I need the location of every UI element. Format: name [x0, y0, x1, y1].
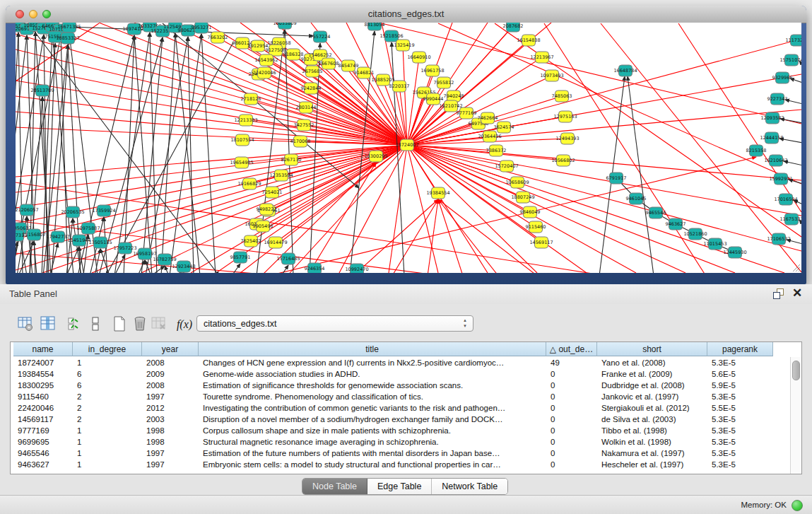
- graph-node[interactable]: 19384554: [426, 187, 449, 199]
- graph-node[interactable]: 12923448: [172, 261, 195, 272]
- svg-text:7462664: 7462664: [478, 115, 498, 121]
- cell-title: Estimation of the future numbers of pati…: [199, 448, 546, 459]
- graph-node[interactable]: 10658609: [505, 177, 529, 188]
- graph-node[interactable]: 16033809: [273, 23, 296, 29]
- cell-out_de: 0: [546, 380, 597, 391]
- graph-node[interactable]: 8215358: [746, 145, 767, 156]
- table-row[interactable]: 1456911722003Disruption of a novel membe…: [11, 414, 781, 425]
- graph-node[interactable]: 21206057: [16, 204, 39, 216]
- create-column-icon[interactable]: [110, 314, 129, 335]
- graph-node[interactable]: 16210643: [764, 155, 787, 166]
- graph-node[interactable]: 16648784: [613, 65, 637, 76]
- graph-node[interactable]: 9246354: [305, 263, 325, 273]
- graph-node[interactable]: 15751074: [779, 54, 801, 66]
- network-canvas[interactable]: 1405572120691436108552371527606764661601…: [16, 23, 801, 273]
- table-row[interactable]: 2242004622012Investigating the contribut…: [11, 402, 781, 414]
- show-columns-icon[interactable]: [38, 314, 58, 335]
- svg-text:7940248: 7940248: [444, 93, 464, 99]
- column-header-year[interactable]: year: [142, 342, 199, 356]
- graph-node[interactable]: 16640910: [407, 52, 430, 63]
- network-table-select[interactable]: citations_edges.txt ▲▼: [196, 315, 473, 332]
- table-row[interactable]: 969969511998Structural magnetic resonanc…: [11, 436, 781, 448]
- graph-node[interactable]: 17016504: [774, 194, 797, 205]
- column-header-pagerank[interactable]: pagerank: [707, 342, 773, 356]
- close-panel-icon[interactable]: ✕: [791, 288, 804, 300]
- cell-out_de: 0: [546, 414, 597, 425]
- graph-node[interactable]: 17359924: [92, 205, 115, 216]
- graph-node[interactable]: 15992971: [769, 173, 792, 185]
- table-row[interactable]: 977716911998Corpus callosum shape and si…: [11, 425, 781, 436]
- graph-node[interactable]: 15720407: [495, 160, 518, 172]
- graph-node[interactable]: 7254021: [262, 187, 283, 198]
- float-window-icon[interactable]: [772, 288, 785, 300]
- column-header-title[interactable]: title: [199, 342, 546, 356]
- column-checklist-icon[interactable]: [65, 314, 85, 335]
- table-row[interactable]: 1830029562008Estimation of significance …: [11, 380, 781, 391]
- graph-node[interactable]: 19166829: [237, 178, 261, 189]
- graph-node[interactable]: 8267130: [281, 154, 302, 165]
- column-header-out_de[interactable]: △ out_de…: [546, 342, 597, 356]
- red-edge: [438, 199, 463, 273]
- black-edge: [628, 76, 654, 273]
- svg-text:12444158: 12444158: [760, 135, 783, 141]
- svg-text:7386372: 7386372: [486, 148, 507, 153]
- row-height-icon[interactable]: [86, 314, 105, 335]
- graph-node[interactable]: 11675333: [779, 214, 801, 225]
- table-row[interactable]: 946554611997Estimation of the future num…: [11, 448, 781, 459]
- graph-node[interactable]: 16914479: [264, 237, 287, 248]
- graph-node[interactable]: 20206535: [61, 206, 84, 218]
- svg-text:17942737: 17942737: [46, 234, 69, 240]
- graph-node[interactable]: 12975163: [553, 111, 577, 122]
- graph-node[interactable]: 7557224: [310, 31, 331, 42]
- cell-pagerank: 5.5E-5: [707, 402, 773, 414]
- tab-edge-table[interactable]: Edge Table: [367, 479, 432, 494]
- graph-node[interactable]: 12213967: [530, 52, 553, 63]
- citation-network-graph[interactable]: 1405572120691436108552371527606764661601…: [16, 23, 801, 273]
- graph-node[interactable]: 9115460: [526, 221, 546, 233]
- table-mode-icon[interactable]: [16, 314, 35, 335]
- delete-column-icon[interactable]: [130, 314, 150, 335]
- table-row[interactable]: 946362711997Embryonic stem cells: a mode…: [11, 459, 781, 470]
- cell-pagerank: 5.9E-5: [707, 380, 773, 391]
- svg-text:8454749: 8454749: [339, 63, 359, 69]
- graph-node[interactable]: 18107554: [230, 134, 254, 146]
- graph-node[interactable]: 10566802: [551, 155, 575, 166]
- graph-node[interactable]: 2087682: [503, 23, 524, 32]
- svg-text:9146821: 9146821: [354, 70, 375, 76]
- graph-node[interactable]: 3624574: [494, 122, 514, 133]
- function-builder-button[interactable]: f(x): [174, 314, 195, 335]
- graph-node[interactable]: 6791917: [606, 173, 627, 184]
- table-row[interactable]: 1938455462009Genome-wide association stu…: [11, 368, 781, 380]
- graph-node[interactable]: 12444158: [760, 132, 783, 144]
- cell-year: 1997: [142, 448, 199, 459]
- graph-node[interactable]: 10975887: [76, 223, 100, 234]
- column-header-short[interactable]: short: [597, 342, 707, 356]
- table-row[interactable]: 1872400712008Changes of HCN gene express…: [11, 357, 781, 368]
- graph-node[interactable]: 12494393: [555, 133, 579, 144]
- table-vertical-scrollbar[interactable]: [790, 357, 801, 474]
- svg-text:4170068: 4170068: [290, 139, 311, 144]
- graph-node[interactable]: 7485063: [552, 90, 572, 102]
- graph-node[interactable]: 17942737: [46, 231, 69, 243]
- graph-node[interactable]: 16961758: [420, 65, 444, 76]
- column-header-name[interactable]: name: [13, 342, 73, 356]
- scrollbar-thumb[interactable]: [792, 361, 800, 380]
- svg-text:16671385: 16671385: [57, 24, 81, 30]
- tab-network-table[interactable]: Network Table: [432, 479, 507, 494]
- tab-node-table[interactable]: Node Table: [302, 479, 367, 494]
- svg-text:10853327: 10853327: [56, 35, 79, 41]
- graph-node[interactable]: 16154838: [517, 35, 540, 46]
- svg-text:12213383: 12213383: [234, 117, 257, 123]
- cell-in_degree: 1: [73, 357, 142, 368]
- window-titlebar[interactable]: citations_edges.txt: [6, 6, 806, 23]
- table-row[interactable]: 911546021997Tourette syndrome. Phenomeno…: [11, 391, 781, 402]
- graph-node[interactable]: 12445930: [723, 247, 746, 258]
- graph-node[interactable]: 9329966: [772, 72, 793, 83]
- svg-text:15720407: 15720407: [495, 163, 518, 169]
- graph-node[interactable]: 11173241: [785, 35, 801, 46]
- graph-node[interactable]: 9227343: [767, 93, 788, 105]
- graph-node[interactable]: 8813054: [365, 23, 385, 30]
- column-header-in_degree[interactable]: in_degree: [73, 342, 142, 356]
- graph-node[interactable]: 12093582: [760, 112, 784, 124]
- cell-name: 22420046: [13, 402, 73, 414]
